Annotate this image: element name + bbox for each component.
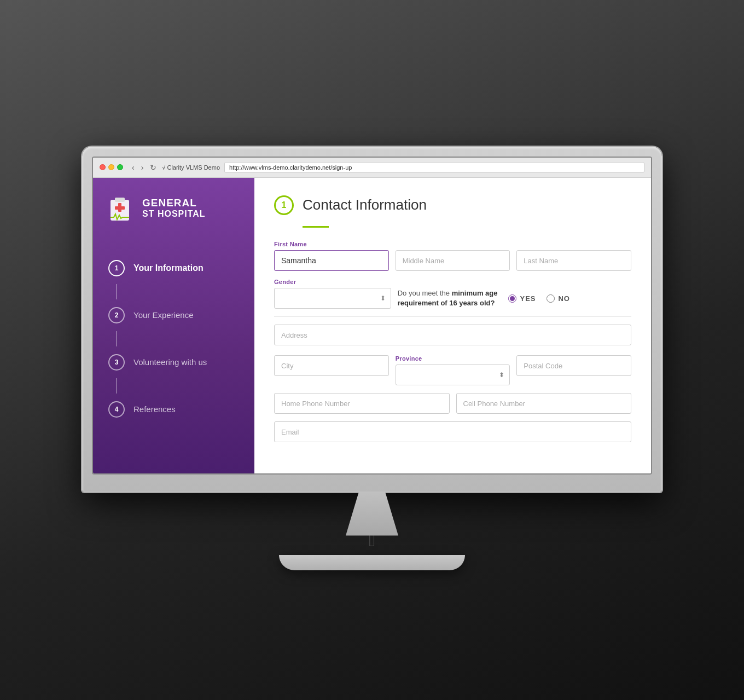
section-header: 1 Contact Information xyxy=(274,195,631,215)
step-connector-3 xyxy=(116,378,117,394)
gender-wrapper: Gender Male Female Other xyxy=(274,279,391,309)
email-group xyxy=(274,421,631,442)
age-question-text: Do you meet the minimum agerequirement o… xyxy=(398,288,498,308)
step-circle-2: 2 xyxy=(108,307,125,323)
address-group xyxy=(274,325,631,345)
cell-phone-input[interactable] xyxy=(456,393,632,414)
nav-step-2[interactable]: 2 Your Experience xyxy=(93,299,254,331)
province-select-wrapper: Ontario British Columbia Alberta Quebec xyxy=(396,365,510,385)
browser-bar: ‹ › ↻ √ Clarity VLMS Demo xyxy=(93,158,651,178)
close-button[interactable] xyxy=(100,164,106,170)
section-underline xyxy=(303,226,329,228)
home-phone-input[interactable] xyxy=(274,393,450,414)
cell-phone-wrapper xyxy=(456,393,632,414)
svg-rect-3 xyxy=(115,206,125,210)
city-input[interactable] xyxy=(274,355,389,376)
city-wrapper xyxy=(274,355,389,376)
first-name-label-row: First Name xyxy=(274,241,631,247)
city-province-row: Province Ontario British Columbia Albert… xyxy=(274,355,631,385)
sidebar: GENERAL ST HOSPITAL 1 Your Information 2… xyxy=(93,178,254,473)
email-input[interactable] xyxy=(274,421,631,442)
monitor-bezel: ‹ › ↻ √ Clarity VLMS Demo xyxy=(82,147,662,492)
monitor-screen: ‹ › ↻ √ Clarity VLMS Demo xyxy=(92,157,652,475)
home-phone-wrapper xyxy=(274,393,450,414)
logo-name: GENERAL xyxy=(142,198,206,209)
forward-button[interactable]: › xyxy=(140,163,145,172)
middle-name-field-wrapper xyxy=(396,250,510,271)
no-label: NO xyxy=(558,294,570,303)
gender-select-wrapper: Male Female Other xyxy=(274,288,391,309)
province-wrapper: Province Ontario British Columbia Albert… xyxy=(396,355,510,385)
last-name-input[interactable] xyxy=(516,250,631,271)
yes-radio[interactable] xyxy=(508,294,516,303)
step-label-2: Your Experience xyxy=(133,310,194,320)
step-label-3: Volunteering with us xyxy=(133,357,207,367)
middle-name-input[interactable] xyxy=(396,250,510,271)
logo-sub: ST HOSPITAL xyxy=(142,209,206,219)
url-bar[interactable] xyxy=(224,162,644,173)
no-radio[interactable] xyxy=(547,294,555,303)
logo-area: GENERAL ST HOSPITAL xyxy=(93,178,254,236)
gender-label: Gender xyxy=(274,279,391,285)
browser-tab-title: √ Clarity VLMS Demo xyxy=(162,164,220,171)
section-title: Contact Information xyxy=(303,196,427,213)
step-connector-2 xyxy=(116,331,117,346)
step-label-1: Your Information xyxy=(133,263,204,273)
last-name-field-wrapper xyxy=(516,250,631,271)
province-select[interactable]: Ontario British Columbia Alberta Quebec xyxy=(396,365,510,385)
gender-age-row: Gender Male Female Other xyxy=(274,279,631,309)
yes-label: YES xyxy=(520,294,536,303)
divider xyxy=(274,316,631,317)
postal-code-input[interactable] xyxy=(516,355,631,376)
first-name-label: First Name xyxy=(274,241,631,247)
no-radio-option[interactable]: NO xyxy=(547,294,570,303)
step-connector-1 xyxy=(116,284,117,299)
yes-radio-option[interactable]: YES xyxy=(508,294,536,303)
address-input[interactable] xyxy=(274,325,631,345)
nav-step-4[interactable]: 4 References xyxy=(93,394,254,425)
main-content: 1 Contact Information First Name xyxy=(254,178,651,473)
monitor-stand-base xyxy=(279,555,465,570)
refresh-button[interactable]: ↻ xyxy=(149,163,158,172)
nav-steps: 1 Your Information 2 Your Experience 3 V… xyxy=(93,236,254,442)
app-body: GENERAL ST HOSPITAL 1 Your Information 2… xyxy=(93,178,651,473)
back-button[interactable]: ‹ xyxy=(131,163,136,172)
maximize-button[interactable] xyxy=(117,164,123,170)
first-name-field-wrapper xyxy=(274,250,389,271)
step-circle-1: 1 xyxy=(108,260,125,276)
name-row xyxy=(274,250,631,271)
age-radio-group: YES NO xyxy=(508,294,570,303)
minimize-button[interactable] xyxy=(108,164,114,170)
step-circle-4: 4 xyxy=(108,401,125,418)
traffic-lights xyxy=(100,164,123,170)
svg-rect-1 xyxy=(115,198,125,202)
province-label: Province xyxy=(396,355,510,362)
logo-text: GENERAL ST HOSPITAL xyxy=(142,198,206,219)
nav-step-1[interactable]: 1 Your Information xyxy=(93,252,254,284)
postal-code-wrapper xyxy=(516,355,631,376)
age-question-wrapper: Do you meet the minimum agerequirement o… xyxy=(398,288,631,308)
step-label-4: References xyxy=(133,404,176,414)
gender-select[interactable]: Male Female Other xyxy=(274,288,391,309)
nav-step-3[interactable]: 3 Volunteering with us xyxy=(93,346,254,378)
phone-row xyxy=(274,393,631,414)
logo-icon xyxy=(106,194,135,223)
step-circle-3: 3 xyxy=(108,354,125,371)
monitor-stand-neck xyxy=(339,492,405,536)
section-badge: 1 xyxy=(274,195,294,215)
first-name-input[interactable] xyxy=(274,250,389,271)
